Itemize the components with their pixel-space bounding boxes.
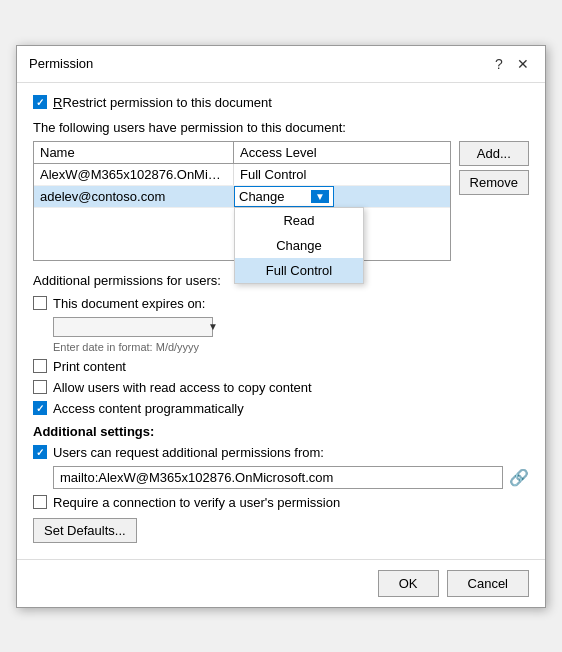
request-perms-checkbox[interactable] [33, 445, 47, 459]
table-buttons: Add... Remove [459, 141, 529, 261]
request-perms-label: Users can request additional permissions… [53, 445, 324, 460]
email-row: 🔗 [33, 466, 529, 489]
dropdown-item-change[interactable]: Change [235, 233, 363, 258]
help-button[interactable]: ? [489, 54, 509, 74]
email-input[interactable] [53, 466, 503, 489]
user-name: adelev@contoso.com [34, 186, 234, 207]
access-dropdown[interactable]: Change ▼ [234, 186, 334, 207]
remove-button[interactable]: Remove [459, 170, 529, 195]
access-dropdown-menu: Read Change Full Control [234, 207, 364, 284]
request-perms-row[interactable]: Users can request additional permissions… [33, 445, 529, 460]
dialog-footer: OK Cancel [17, 559, 545, 607]
add-button[interactable]: Add... [459, 141, 529, 166]
expires-checkbox[interactable] [33, 296, 47, 310]
access-prog-row[interactable]: Access content programmatically [33, 401, 529, 416]
date-input[interactable] [58, 320, 208, 334]
access-prog-label: Access content programmatically [53, 401, 244, 416]
require-connection-checkbox[interactable] [33, 495, 47, 509]
col-access-header: Access Level [234, 142, 450, 163]
user-name: AlexW@M365x102876.OnMicrosoft.com [34, 164, 234, 185]
set-defaults-wrapper: Set Defaults... [33, 518, 529, 543]
settings-title: Additional settings: [33, 424, 529, 439]
dropdown-arrow-icon[interactable]: ▼ [311, 190, 329, 203]
allow-copy-label: Allow users with read access to copy con… [53, 380, 312, 395]
link-icon: 🔗 [509, 468, 529, 487]
ok-button[interactable]: OK [378, 570, 439, 597]
dropdown-item-fullcontrol[interactable]: Full Control [235, 258, 363, 283]
require-connection-row[interactable]: Require a connection to verify a user's … [33, 495, 529, 510]
expires-label: This document expires on: [53, 296, 205, 311]
access-dropdown-wrapper: Change ▼ Read Change Full Control [234, 186, 450, 207]
dialog-title: Permission [29, 56, 93, 71]
additional-perms-section: Additional permissions for users: This d… [33, 273, 529, 416]
table-header: Name Access Level [34, 142, 450, 164]
users-table-wrapper: Name Access Level AlexW@M365x102876.OnMi… [33, 141, 529, 261]
permission-dialog: Permission ? ✕ RRestrict permission to t… [16, 45, 546, 608]
restrict-checkbox-row[interactable]: RRestrict permission to this document [33, 95, 529, 110]
additional-settings-section: Additional settings: Users can request a… [33, 424, 529, 543]
allow-copy-row[interactable]: Allow users with read access to copy con… [33, 380, 529, 395]
close-button[interactable]: ✕ [513, 54, 533, 74]
col-name-header: Name [34, 142, 234, 163]
expires-row[interactable]: This document expires on: [33, 296, 529, 311]
title-bar-icons: ? ✕ [489, 54, 533, 74]
restrict-checkbox[interactable] [33, 95, 47, 109]
set-defaults-button[interactable]: Set Defaults... [33, 518, 137, 543]
dropdown-item-read[interactable]: Read [235, 208, 363, 233]
date-dropdown-icon[interactable]: ▼ [208, 321, 218, 332]
table-row[interactable]: AlexW@M365x102876.OnMicrosoft.com Full C… [34, 164, 450, 186]
print-checkbox[interactable] [33, 359, 47, 373]
title-bar: Permission ? ✕ [17, 46, 545, 83]
date-row: ▼ [33, 317, 529, 337]
users-table: Name Access Level AlexW@M365x102876.OnMi… [33, 141, 451, 261]
date-input-wrap[interactable]: ▼ [53, 317, 213, 337]
user-access: Full Control [234, 164, 450, 185]
print-label: Print content [53, 359, 126, 374]
date-hint: Enter date in format: M/d/yyyy [33, 341, 529, 353]
table-row[interactable]: adelev@contoso.com Change ▼ Read Change … [34, 186, 450, 208]
users-section-label: The following users have permission to t… [33, 120, 529, 135]
allow-copy-checkbox[interactable] [33, 380, 47, 394]
restrict-label: RRestrict permission to this document [53, 95, 272, 110]
access-prog-checkbox[interactable] [33, 401, 47, 415]
cancel-button[interactable]: Cancel [447, 570, 529, 597]
dialog-content: RRestrict permission to this document Th… [17, 83, 545, 555]
print-content-row[interactable]: Print content [33, 359, 529, 374]
require-connection-label: Require a connection to verify a user's … [53, 495, 340, 510]
